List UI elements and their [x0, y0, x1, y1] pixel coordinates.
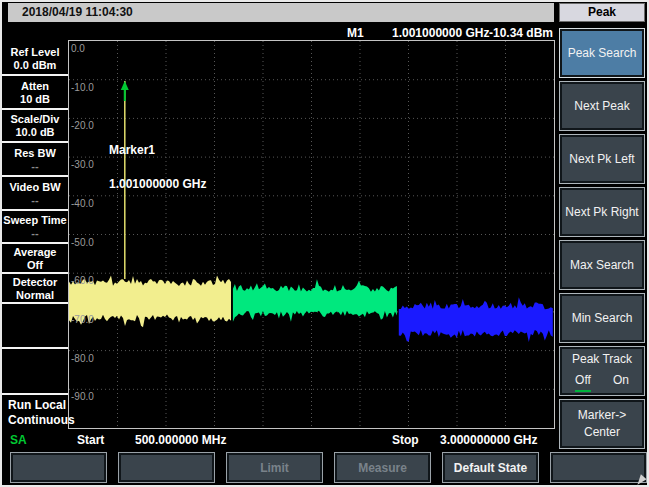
- param-label: Res BW: [2, 147, 68, 159]
- titlebar: 2018/04/19 11:04:30: [8, 3, 554, 22]
- button-label: Peak Track: [572, 351, 632, 368]
- limit-button[interactable]: Limit: [226, 452, 323, 483]
- marker-frequency: 1.001000000 GHz: [392, 26, 489, 40]
- param-value: 0.0 dBm: [2, 59, 68, 71]
- softkey-2[interactable]: [118, 452, 215, 483]
- trace-plot: [69, 41, 554, 428]
- marker-readout-bar: M1 1.001000000 GHz -10.34 dBm: [70, 26, 555, 41]
- param-ref-level[interactable]: Ref Level 0.0 dBm: [2, 42, 68, 76]
- param-label: Average: [2, 246, 68, 258]
- datetime-text: 2018/04/19 11:04:30: [22, 5, 133, 19]
- start-frequency: 500.000000 MHz: [135, 433, 226, 447]
- param-atten[interactable]: Atten 10 dB: [2, 76, 68, 110]
- button-label: Center: [584, 424, 620, 441]
- param-value: --: [2, 227, 68, 239]
- y-tick-label: -30.0: [71, 159, 94, 170]
- param-empty-2: [2, 349, 68, 395]
- param-value: --: [2, 160, 68, 172]
- button-label: Peak Search: [568, 45, 637, 62]
- y-tick-label: -10.0: [71, 82, 94, 93]
- y-tick-label: -60.0: [71, 275, 94, 286]
- status-run-local: Run Local: [8, 398, 68, 413]
- y-tick-label: -40.0: [71, 198, 94, 209]
- spectrum-chart: 0.0-10.0-20.0-30.0-40.0-50.0-60.0-70.0-8…: [68, 40, 555, 429]
- next-pk-left-button[interactable]: Next Pk Left: [559, 134, 645, 184]
- next-peak-button[interactable]: Next Peak: [559, 81, 645, 131]
- stop-frequency: 3.000000000 GHz: [440, 433, 537, 447]
- param-res-bw[interactable]: Res BW --: [2, 143, 68, 177]
- param-value: 10.0 dB: [2, 126, 68, 138]
- param-sweep-time[interactable]: Sweep Time --: [2, 211, 68, 244]
- param-label: Atten: [2, 80, 68, 92]
- default-state-button[interactable]: Default State: [442, 452, 539, 483]
- button-label: Next Pk Left: [569, 151, 634, 168]
- spectrum-analyzer-screen: 2018/04/19 11:04:30 Peak M1 1.001000000 …: [0, 0, 649, 487]
- param-label: Scale/Div: [2, 113, 68, 125]
- frequency-axis-row: SA Start 500.000000 MHz Stop 3.000000000…: [2, 431, 558, 450]
- param-scale-div[interactable]: Scale/Div 10.0 dB: [2, 110, 68, 143]
- param-label: Video BW: [2, 181, 68, 193]
- y-tick-label: 0.0: [71, 43, 85, 54]
- param-value: Off: [2, 259, 68, 271]
- button-label: Min Search: [572, 310, 633, 327]
- y-tick-label: -50.0: [71, 237, 94, 248]
- max-search-button[interactable]: Max Search: [559, 240, 645, 290]
- marker-annotation-name: Marker1: [109, 143, 155, 157]
- peak-track-on-option[interactable]: On: [613, 372, 629, 392]
- button-label: Next Peak: [574, 98, 629, 115]
- param-detector[interactable]: Detector Normal: [2, 274, 68, 304]
- y-tick-label: -70.0: [71, 314, 94, 325]
- param-value: 10 dB: [2, 93, 68, 105]
- param-average[interactable]: Average Off: [2, 244, 68, 274]
- peak-track-off-option[interactable]: Off: [575, 372, 591, 392]
- measure-button[interactable]: Measure: [334, 452, 431, 483]
- param-value: Normal: [2, 289, 68, 301]
- menu-title: Peak: [559, 3, 645, 22]
- next-pk-right-button[interactable]: Next Pk Right: [559, 187, 645, 237]
- button-label: Max Search: [570, 257, 634, 274]
- min-search-button[interactable]: Min Search: [559, 293, 645, 343]
- param-empty-1: [2, 304, 68, 349]
- marker-amplitude: -10.34 dBm: [489, 26, 553, 40]
- y-tick-label: -80.0: [71, 353, 94, 364]
- button-label: Next Pk Right: [565, 204, 638, 221]
- softkey-label: Measure: [358, 461, 407, 475]
- marker-annotation-frequency: 1.001000000 GHz: [109, 177, 206, 191]
- param-label: Ref Level: [2, 46, 68, 58]
- softkey-label: Limit: [260, 461, 289, 475]
- sa-mode-badge: SA: [10, 433, 27, 447]
- mouse-cursor-icon: [637, 474, 647, 487]
- parameter-panel: Ref Level 0.0 dBm Atten 10 dB Scale/Div …: [2, 42, 68, 428]
- y-tick-label: -20.0: [71, 120, 94, 131]
- stop-label: Stop: [392, 433, 419, 447]
- param-label: Sweep Time: [2, 214, 68, 226]
- peak-search-button[interactable]: Peak Search: [559, 28, 645, 78]
- peak-track-button[interactable]: Peak Track Off On: [559, 346, 645, 396]
- softkey-label: Default State: [454, 461, 527, 475]
- param-label: Detector: [2, 276, 68, 288]
- peak-track-options: Off On: [575, 372, 629, 392]
- instrument-status: Run Local Continuous: [2, 395, 68, 428]
- status-continuous: Continuous: [8, 413, 68, 428]
- button-label: Marker->: [578, 407, 626, 424]
- marker-to-center-button[interactable]: Marker-> Center: [559, 399, 645, 449]
- softkey-1[interactable]: [10, 452, 107, 483]
- y-tick-label: -90.0: [71, 391, 94, 402]
- marker-name: M1: [347, 26, 364, 40]
- param-value: --: [2, 194, 68, 206]
- start-label: Start: [77, 433, 104, 447]
- param-video-bw[interactable]: Video BW --: [2, 177, 68, 211]
- softkey-6[interactable]: [550, 452, 647, 483]
